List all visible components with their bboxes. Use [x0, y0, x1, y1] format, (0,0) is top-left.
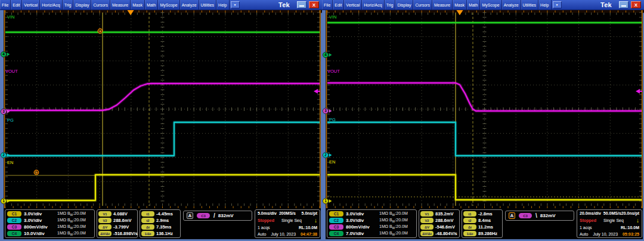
minimize-icon: [621, 5, 626, 7]
menu-item[interactable]: Math: [467, 0, 481, 10]
horizontal-acquisition-panel[interactable]: 20.0ms/div 50.0MS/s 20.0ns/pt Stopped Si…: [577, 209, 642, 238]
time-label: 05:03:25: [623, 232, 639, 236]
oscilloscope-window: File Edit Vertical Horiz/Acq Trig Displa…: [0, 0, 322, 241]
close-button[interactable]: X: [631, 1, 641, 8]
minimize-icon: [299, 5, 304, 7]
menu-item[interactable]: Mask: [131, 0, 145, 10]
oscilloscope-window: File Edit Vertical Horiz/Acq Trig Displa…: [322, 0, 644, 241]
arrow-down-icon: ↓: [636, 218, 639, 224]
cursor-readout-badge: ΔV: [420, 224, 434, 230]
titlebar-controls: Tek X: [600, 0, 644, 10]
close-button[interactable]: X: [309, 1, 319, 8]
trigger-mode-badge: A: [187, 212, 193, 219]
trigger-mode-label: Auto: [580, 232, 588, 236]
arrow-down-icon: ↓: [314, 218, 317, 224]
acquisition-mode: Single Seq: [281, 218, 302, 223]
cursor-readout-row: V1 835.2mV: [420, 211, 458, 217]
menu-item[interactable]: Cursors: [91, 0, 110, 10]
channel-row[interactable]: C4 10.0V/div 1MΩ BW:20.0M: [7, 230, 92, 237]
menu-item[interactable]: Analyze: [502, 0, 521, 10]
cursor-readout-value: 288.6mV: [435, 218, 453, 223]
cursor-readout-row: V2 288.6mV: [98, 217, 136, 224]
menu-overflow-button[interactable]: ▼: [553, 1, 562, 8]
cursor-readout-value: 89.286Hz: [478, 231, 497, 236]
menu-item[interactable]: Help: [216, 0, 229, 10]
chevron-down-icon: ▼: [556, 4, 559, 7]
trigger-level: 832mV: [218, 213, 234, 218]
channel-row[interactable]: C3 800mV/div 1MΩ BW:20.0M: [329, 224, 414, 230]
cursor-readout-badge: 1/Δt: [463, 231, 476, 236]
cursor-readout-badge: t2: [141, 218, 154, 223]
menu-item[interactable]: Help: [538, 0, 551, 10]
menu-item[interactable]: Horiz/Acq: [362, 0, 384, 10]
sample-resolution: 20.0ns/pt: [621, 211, 639, 215]
menu-item[interactable]: Display: [395, 0, 413, 10]
menu-item[interactable]: Edit: [11, 0, 22, 10]
record-length: RL:10.0M: [299, 225, 317, 230]
cursor-readout-row: t1 -4.45ms: [141, 211, 179, 217]
channel-row[interactable]: C1 3.0V/div 1MΩ BW:20.0M: [7, 211, 92, 217]
channel-scale: 3.0V/div: [24, 218, 42, 223]
menu-item[interactable]: File: [322, 0, 333, 10]
trigger-slope-icon: \: [535, 213, 537, 219]
channel-impedance-bandwidth: 1MΩ BW:20.0M: [379, 231, 414, 236]
cursor-readout-row: t2 2.9ms: [141, 217, 179, 224]
channel-badge: C3: [7, 224, 21, 230]
menu-item[interactable]: Vertical: [344, 0, 362, 10]
menu-item[interactable]: Edit: [333, 0, 344, 10]
acquisition-status: Stopped: [580, 218, 596, 223]
channel-row[interactable]: C3 800mV/div 1MΩ BW:20.0M: [7, 224, 92, 230]
menu-item[interactable]: Measure: [110, 0, 131, 10]
channel-settings-panel: C1 3.0V/div 1MΩ BW:20.0M C2 3.0V/div 1MΩ…: [327, 209, 417, 238]
cursor-readout-value: -546.6mV: [435, 224, 455, 230]
menu-item[interactable]: Vertical: [22, 0, 40, 10]
menu-bar: File Edit Vertical Horiz/Acq Trig Displa…: [322, 0, 644, 10]
channel-badge: C1: [329, 211, 343, 217]
channel-row[interactable]: C4 7.0V/div 1MΩ BW:20.0M: [329, 230, 414, 237]
cursor-readout-value: 288.6mV: [113, 218, 131, 223]
cursor-readout-value: 11.2ms: [478, 224, 493, 230]
horizontal-acquisition-panel[interactable]: 5.0ms/div 200MS/s 5.0ns/pt Stopped Singl…: [255, 209, 320, 238]
trigger-readout-panel[interactable]: A C3 \ 832mV: [505, 211, 574, 221]
cursor-readout-row: t2 8.4ms: [463, 217, 501, 224]
cursor-readout-badge: V1: [98, 211, 112, 217]
minimize-button[interactable]: [297, 1, 306, 8]
menu-item[interactable]: MyScope: [158, 0, 179, 10]
readout-bar: C1 3.0V/div 1MΩ BW:20.0M C2 3.0V/div 1MΩ…: [0, 0, 322, 241]
menu-item[interactable]: Trig: [385, 0, 396, 10]
menu-item[interactable]: Measure: [432, 0, 453, 10]
menu-item[interactable]: Trig: [63, 0, 74, 10]
titlebar-controls: Tek X: [278, 0, 322, 10]
menu-item[interactable]: Analyze: [180, 0, 199, 10]
channel-scale: 3.0V/div: [346, 218, 364, 223]
menu-item[interactable]: Utilities: [199, 0, 217, 10]
cursor-readout-row: ΔV/Δt -516.898V/s: [98, 230, 136, 237]
menu-item[interactable]: Display: [73, 0, 91, 10]
menu-item[interactable]: Cursors: [413, 0, 432, 10]
menu-item[interactable]: Mask: [453, 0, 467, 10]
menu-item[interactable]: File: [0, 0, 11, 10]
datetime-row: Auto July 10, 2023 04:47:38: [258, 232, 317, 236]
menu-item[interactable]: MyScope: [480, 0, 501, 10]
dual-oscilloscope-desktop: File Edit Vertical Horiz/Acq Trig Displa…: [0, 0, 644, 241]
channel-scale: 7.0V/div: [346, 231, 364, 236]
acquisition-status-row: Stopped Single Seq ↓: [258, 218, 317, 224]
menu-item[interactable]: Math: [145, 0, 159, 10]
acquisition-mode: Single Seq: [603, 218, 624, 223]
menu-item[interactable]: Horiz/Acq: [40, 0, 62, 10]
cursor-readout-row: ΔV -546.6mV: [420, 224, 458, 230]
cursor-readout-value: -3.799V: [113, 224, 129, 230]
menu-item[interactable]: Utilities: [521, 0, 539, 10]
sample-rate: 200MS/s: [279, 211, 296, 215]
channel-row[interactable]: C2 3.0V/div 1MΩ BW:20.0M: [7, 217, 92, 224]
cursor-readout-value: 7.35ms: [156, 224, 171, 230]
channel-row[interactable]: C1 3.0V/div 1MΩ BW:20.0M: [329, 211, 414, 217]
minimize-button[interactable]: [619, 1, 628, 8]
cursor-readout-value: 8.4ms: [478, 218, 491, 223]
channel-impedance-bandwidth: 1MΩ BW:20.0M: [379, 211, 414, 217]
menu-overflow-button[interactable]: ▼: [231, 1, 240, 8]
trigger-readout-panel[interactable]: A C3 / 832mV: [183, 211, 252, 221]
channel-scale: 800mV/div: [24, 224, 48, 230]
channel-row[interactable]: C2 3.0V/div 1MΩ BW:20.0M: [329, 217, 414, 224]
cursor-readout-badge: V1: [420, 211, 434, 217]
